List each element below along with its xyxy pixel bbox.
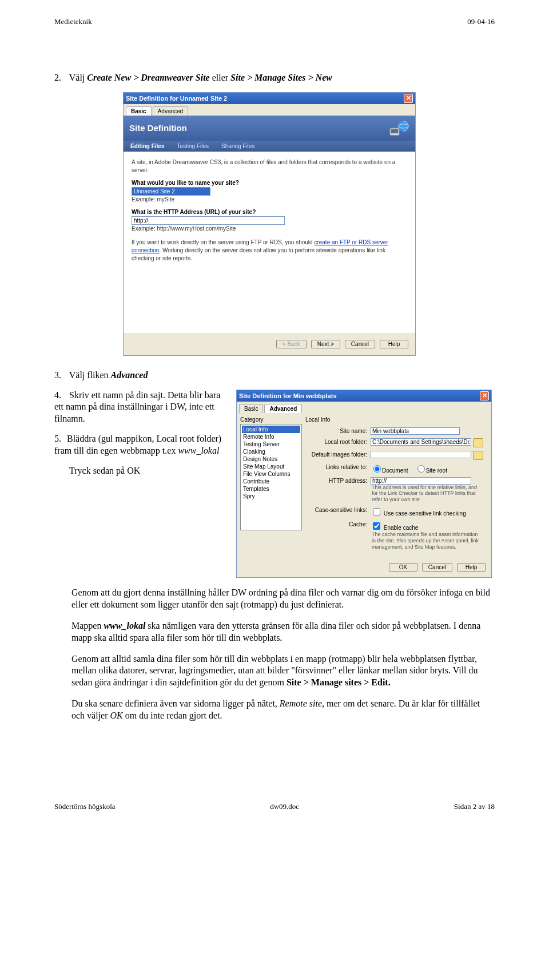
- left-text-col: 4. Skriv ett namn på din sajt. Detta bli…: [54, 390, 226, 485]
- root-folder-input[interactable]: [371, 438, 471, 446]
- step-5: 5.Bläddra (gul mappikon, Local root fold…: [54, 433, 226, 457]
- dialog1-titlebar: Site Definition for Unnamed Site 2 ✕: [124, 93, 415, 104]
- next-button[interactable]: Next >: [311, 340, 340, 348]
- svg-rect-1: [391, 129, 398, 133]
- dialog1-tabs: Basic Advanced: [124, 104, 415, 116]
- wizard-title: Site Definition: [129, 123, 187, 133]
- cat-testing-server[interactable]: Testing Server: [242, 441, 300, 448]
- root-folder-label: Local root folder:: [305, 438, 367, 445]
- footer-right: Sidan 2 av 18: [454, 802, 495, 811]
- cancel-button[interactable]: Cancel: [345, 340, 375, 348]
- wizard-header: Site Definition: [124, 116, 415, 141]
- paragraph-2: Mappen www_lokal ska nämligen vara den y…: [71, 620, 495, 644]
- cat-local-info[interactable]: Local Info: [242, 426, 300, 433]
- cat-cloaking[interactable]: Cloaking: [242, 448, 300, 455]
- cat-design-notes[interactable]: Design Notes: [242, 455, 300, 463]
- paragraph-1: Genom att du gjort denna inställning hål…: [71, 587, 495, 611]
- subtab-sharing[interactable]: Sharing Files: [221, 143, 254, 149]
- page-header: Medieteknik 09-04-16: [54, 17, 495, 26]
- dialog2-title: Site Definition for Min webbplats: [239, 392, 337, 399]
- site-name-label: Site name:: [305, 427, 367, 434]
- subtab-editing[interactable]: Editing Files: [130, 143, 164, 149]
- q-http: What is the HTTP Address (URL) of your s…: [132, 208, 407, 216]
- cat-templates[interactable]: Templates: [242, 485, 300, 493]
- tab-advanced[interactable]: Advanced: [264, 404, 302, 413]
- http-label: HTTP address:: [305, 477, 367, 484]
- cat-spry[interactable]: Spry: [242, 493, 300, 500]
- category-label: Category: [240, 416, 302, 423]
- cache-note: The cache maintains file and asset infor…: [372, 531, 480, 550]
- tab-advanced[interactable]: Advanced: [153, 106, 188, 116]
- links-relative-label: Links relative to:: [305, 463, 367, 470]
- step-2: 2. Välj Create New > Dreamweaver Site el…: [54, 72, 495, 84]
- q-sitename: What would you like to name your site?: [132, 179, 407, 187]
- cat-site-map[interactable]: Site Map Layout: [242, 463, 300, 470]
- dialog1-body: A site, in Adobe Dreamweaver CS3, is a c…: [124, 152, 415, 332]
- example2: Example: http://www.myHost.com/mySite: [132, 225, 407, 233]
- paragraph-4: Du ska senare definiera även var sidorna…: [71, 698, 495, 722]
- case-label: Case-sensitive links:: [305, 506, 367, 513]
- help-button[interactable]: Help: [380, 340, 408, 348]
- subtab-testing[interactable]: Testing Files: [177, 143, 209, 149]
- images-folder-label: Default images folder:: [305, 451, 367, 458]
- step-4: 4. Skriv ett namn på din sajt. Detta bli…: [54, 390, 226, 425]
- images-folder-input[interactable]: [371, 451, 471, 458]
- ftp-note: If you want to work directly on the serv…: [132, 239, 407, 263]
- footer-left: Södertörns högskola: [54, 802, 116, 811]
- dialog2-tabs: Basic Advanced: [237, 402, 491, 413]
- step-3: 3. Välj fliken Advanced: [54, 370, 495, 382]
- http-address-input[interactable]: [371, 477, 471, 485]
- site-definition-advanced-dialog: Site Definition for Min webbplats ✕ Basi…: [236, 390, 492, 578]
- close-icon[interactable]: ✕: [480, 391, 489, 400]
- browse-folder-icon[interactable]: [473, 438, 483, 447]
- cat-contribute[interactable]: Contribute: [242, 478, 300, 485]
- help-button[interactable]: Help: [457, 563, 486, 572]
- cat-file-view[interactable]: File View Columns: [242, 470, 300, 478]
- site-definition-basic-dialog: Site Definition for Unnamed Site 2 ✕ Bas…: [123, 92, 416, 356]
- page-footer: Södertörns högskola dw09.doc Sidan 2 av …: [54, 802, 495, 811]
- cache-label: Cache:: [305, 521, 367, 527]
- sitename-input[interactable]: [132, 187, 210, 196]
- radio-site-root[interactable]: Site root: [415, 467, 447, 474]
- dialog2-titlebar: Site Definition for Min webbplats ✕: [237, 390, 491, 402]
- dialog2-buttons: OK Cancel Help: [237, 557, 491, 577]
- paragraph-3: Genom att alltid samla dina filer som hö…: [71, 653, 495, 689]
- step-5-ok: Tryck sedan på OK: [69, 465, 226, 477]
- header-right: 09-04-16: [467, 17, 495, 26]
- case-checkbox[interactable]: Use case-sensitive link checking: [371, 510, 466, 517]
- ok-button[interactable]: OK: [389, 563, 417, 572]
- site-name-input[interactable]: [371, 427, 460, 435]
- radio-document[interactable]: Document: [371, 467, 408, 474]
- header-left: Medieteknik: [54, 17, 92, 26]
- dialog2-body: Category Local Info Remote Info Testing …: [237, 413, 491, 557]
- intro-text: A site, in Adobe Dreamweaver CS3, is a c…: [132, 158, 407, 174]
- panel-title: Local Info: [305, 416, 488, 423]
- tab-basic[interactable]: Basic: [126, 106, 152, 116]
- cat-remote-info[interactable]: Remote Info: [242, 433, 300, 441]
- dialog1-buttons: < Back Next > Cancel Help: [124, 332, 415, 355]
- cancel-button[interactable]: Cancel: [422, 563, 452, 572]
- tab-basic[interactable]: Basic: [239, 404, 263, 413]
- http-input[interactable]: [132, 216, 285, 225]
- dialog1-title: Site Definition for Unnamed Site 2: [126, 95, 227, 102]
- cache-checkbox[interactable]: Enable cache: [371, 525, 418, 531]
- example1: Example: mySite: [132, 196, 407, 204]
- category-list[interactable]: Local Info Remote Info Testing Server Cl…: [240, 424, 302, 530]
- browse-folder-icon[interactable]: [473, 451, 483, 460]
- wizard-subtabs: Editing Files Testing Files Sharing File…: [124, 141, 415, 152]
- back-button: < Back: [276, 340, 307, 348]
- http-note: This address is used for site relative l…: [372, 485, 480, 503]
- globe-icon: [389, 119, 409, 137]
- footer-center: dw09.doc: [270, 802, 299, 811]
- close-icon[interactable]: ✕: [404, 94, 413, 103]
